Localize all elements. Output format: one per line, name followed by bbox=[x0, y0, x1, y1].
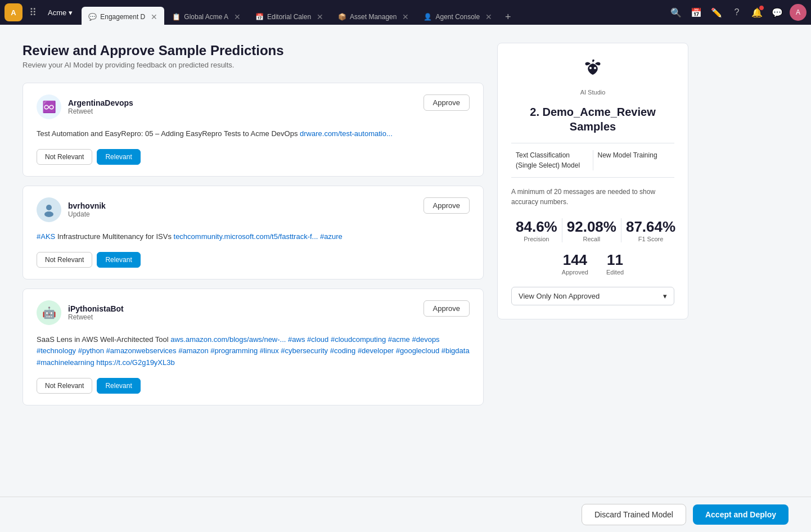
card-3-not-relevant-button[interactable]: Not Relevant bbox=[37, 378, 92, 394]
card-1-header: ♾️ ArgentinaDevops Retweet Approve bbox=[37, 94, 470, 119]
card-1-username: ArgentinaDevops bbox=[68, 98, 133, 107]
prediction-card-2: bvrhovnik Update Approve #AKS Infrastruc… bbox=[22, 186, 484, 279]
card-3-user: 🤖 iPythonistaBot Retweet bbox=[37, 300, 124, 325]
calendar-icon[interactable]: 📅 bbox=[688, 4, 704, 20]
ai-edited-label: Edited bbox=[606, 269, 624, 276]
tab-engagement[interactable]: 💬 Engagement D ✕ bbox=[82, 7, 164, 27]
ai-note: A minimum of 20 messages are needed to s… bbox=[511, 187, 674, 207]
ai-approved-count: 144 Approved bbox=[562, 251, 588, 276]
ai-counts: 144 Approved 11 Edited bbox=[511, 251, 674, 276]
card-2-type: Update bbox=[68, 210, 106, 218]
tab-global-acme-icon: 📋 bbox=[172, 13, 181, 21]
card-2-relevant-button[interactable]: Relevant bbox=[97, 252, 140, 268]
tab-editorial-icon: 📅 bbox=[255, 13, 264, 21]
tab-bar: 💬 Engagement D ✕ 📋 Global Acme A ✕ 📅 Edi… bbox=[82, 0, 664, 25]
svg-point-1 bbox=[44, 211, 53, 217]
card-1-approve-button[interactable]: Approve bbox=[423, 94, 470, 111]
card-3-body: SaaS Lens in AWS Well-Architected Tool a… bbox=[37, 334, 470, 369]
ai-recall: 92.08% Recall bbox=[562, 218, 621, 242]
notification-badge bbox=[759, 5, 764, 11]
tab-editorial[interactable]: 📅 Editorial Calen ✕ bbox=[249, 7, 330, 27]
avatar[interactable]: A bbox=[790, 4, 807, 21]
main-content: Review and Approve Sample Predictions Re… bbox=[0, 25, 811, 532]
workspace-selector[interactable]: Acme ▾ bbox=[43, 6, 77, 19]
card-3-link-2[interactable]: https://t.co/G2g19yXL3b bbox=[96, 358, 174, 367]
chat-icon[interactable]: 💬 bbox=[769, 4, 785, 20]
tab-agent[interactable]: 👤 Agent Console ✕ bbox=[417, 7, 499, 27]
accept-and-deploy-button[interactable]: Accept and Deploy bbox=[693, 504, 789, 525]
search-icon[interactable]: 🔍 bbox=[668, 4, 684, 20]
card-3-header: 🤖 iPythonistaBot Retweet Approve bbox=[37, 300, 470, 325]
card-2-header: bvrhovnik Update Approve bbox=[37, 197, 470, 222]
app-logo: A bbox=[4, 3, 22, 21]
page-title: Review and Approve Sample Predictions bbox=[22, 43, 484, 58]
add-tab-button[interactable]: + bbox=[500, 9, 516, 25]
card-1-not-relevant-button[interactable]: Not Relevant bbox=[37, 149, 92, 165]
svg-point-2 bbox=[589, 67, 592, 69]
ai-panel: AI Studio 2. Demo_Acme_Review Samples Te… bbox=[497, 43, 688, 319]
right-column: AI Studio 2. Demo_Acme_Review Samples Te… bbox=[497, 43, 688, 487]
ai-f1-value: 87.64% bbox=[626, 218, 675, 236]
bottom-bar: Discard Trained Model Accept and Deploy bbox=[0, 497, 811, 532]
nav-dots[interactable]: ⠿ bbox=[27, 6, 39, 19]
card-2-body: #AKS Infrastructure Multitenancy for ISV… bbox=[37, 231, 470, 243]
card-2-not-relevant-button[interactable]: Not Relevant bbox=[37, 252, 92, 268]
left-column: Review and Approve Sample Predictions Re… bbox=[22, 43, 484, 487]
tab-global-acme[interactable]: 📋 Global Acme A ✕ bbox=[165, 7, 247, 27]
card-2-username: bvrhovnik bbox=[68, 201, 106, 210]
page-subtitle: Review your AI Model by providing feedba… bbox=[22, 61, 484, 69]
ai-precision-label: Precision bbox=[516, 236, 557, 242]
ai-stats: 84.6% Precision 92.08% Recall 87.64% F1 … bbox=[511, 218, 674, 242]
tab-asset-close[interactable]: ✕ bbox=[402, 12, 409, 21]
card-1-actions: Not Relevant Relevant bbox=[37, 149, 470, 165]
tab-engagement-icon: 💬 bbox=[88, 13, 97, 21]
view-filter-dropdown[interactable]: View Only Non Approved ▾ bbox=[511, 287, 674, 305]
card-1-relevant-button[interactable]: Relevant bbox=[97, 149, 140, 165]
prediction-card-1: ♾️ ArgentinaDevops Retweet Approve Test … bbox=[22, 83, 484, 177]
ai-edited-value: 11 bbox=[606, 251, 624, 269]
ai-recall-label: Recall bbox=[567, 236, 616, 242]
discard-trained-model-button[interactable]: Discard Trained Model bbox=[582, 504, 686, 525]
ai-f1: 87.64% F1 Score bbox=[621, 218, 680, 242]
card-3-actions: Not Relevant Relevant bbox=[37, 378, 470, 394]
edit-icon[interactable]: ✏️ bbox=[709, 4, 724, 20]
card-1-user: ♾️ ArgentinaDevops Retweet bbox=[37, 94, 133, 119]
notifications-icon[interactable]: 🔔 bbox=[749, 4, 765, 20]
card-2-actions: Not Relevant Relevant bbox=[37, 252, 470, 268]
card-2-hashtag-aks[interactable]: #AKS bbox=[37, 232, 55, 241]
card-2-avatar bbox=[37, 197, 61, 222]
ai-meta-model-type: Text Classification (Single Select) Mode… bbox=[511, 150, 593, 170]
card-1-avatar: ♾️ bbox=[37, 94, 61, 119]
tab-asset[interactable]: 📦 Asset Managen ✕ bbox=[331, 7, 416, 27]
card-3-link-1[interactable]: aws.amazon.com/blogs/aws/new-... bbox=[170, 335, 286, 344]
svg-point-3 bbox=[594, 67, 596, 69]
ai-precision-value: 84.6% bbox=[516, 218, 557, 236]
tab-editorial-close[interactable]: ✕ bbox=[317, 12, 323, 21]
ai-meta-training: New Model Training bbox=[593, 150, 675, 170]
ai-approved-value: 144 bbox=[562, 251, 588, 269]
help-icon[interactable]: ? bbox=[729, 4, 745, 20]
card-2-link[interactable]: techcommunity.microsoft.com/t5/fasttrack… bbox=[174, 232, 318, 241]
ai-recall-value: 92.08% bbox=[567, 218, 616, 236]
tab-global-acme-close[interactable]: ✕ bbox=[234, 12, 241, 21]
tab-engagement-close[interactable]: ✕ bbox=[151, 12, 157, 21]
svg-point-0 bbox=[46, 205, 52, 210]
card-2-hashtag-azure[interactable]: #azure bbox=[320, 232, 343, 241]
card-3-username: iPythonistaBot bbox=[68, 304, 124, 313]
card-1-link[interactable]: drware.com/test-automatio... bbox=[300, 129, 393, 138]
tab-agent-close[interactable]: ✕ bbox=[485, 12, 492, 21]
ai-approved-label: Approved bbox=[562, 269, 588, 276]
tab-asset-icon: 📦 bbox=[338, 13, 346, 21]
card-3-approve-button[interactable]: Approve bbox=[423, 300, 470, 317]
top-nav: A ⠿ Acme ▾ 💬 Engagement D ✕ 📋 Global Acm… bbox=[0, 0, 811, 25]
ai-edited-count: 11 Edited bbox=[606, 251, 624, 276]
ai-f1-label: F1 Score bbox=[626, 236, 675, 242]
card-2-approve-button[interactable]: Approve bbox=[423, 197, 470, 214]
view-filter-label: View Only Non Approved bbox=[519, 292, 600, 300]
card-1-body: Test Automation and EasyRepro: 05 – Addi… bbox=[37, 128, 470, 140]
card-3-relevant-button[interactable]: Relevant bbox=[97, 378, 140, 394]
chevron-down-icon: ▾ bbox=[663, 292, 667, 300]
prediction-card-3: 🤖 iPythonistaBot Retweet Approve SaaS Le… bbox=[22, 288, 484, 405]
tab-agent-icon: 👤 bbox=[423, 13, 432, 21]
ai-studio-icon bbox=[511, 59, 674, 87]
